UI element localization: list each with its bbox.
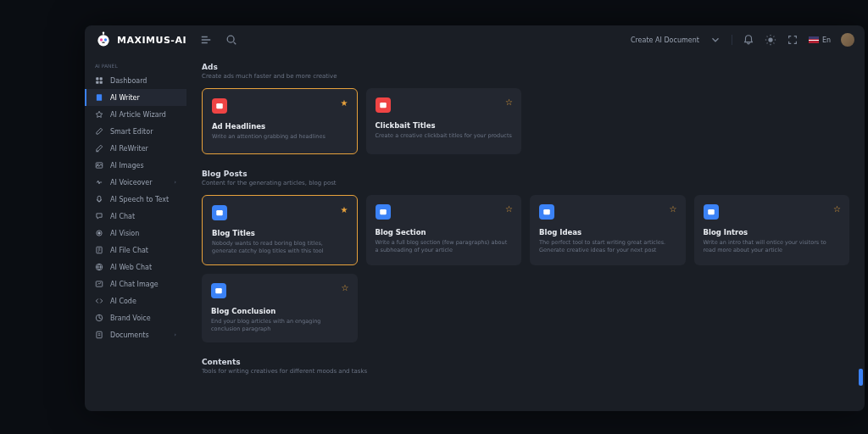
sidebar-item-ai-speech-to-text[interactable]: AI Speech to Text — [85, 191, 186, 208]
scroll-indicator — [859, 369, 863, 386]
card-title: Blog Titles — [212, 229, 348, 237]
svg-line-12 — [767, 36, 768, 37]
header-right: Create AI Document En — [631, 33, 854, 47]
sun-icon[interactable] — [765, 34, 776, 46]
svg-rect-30 — [97, 331, 102, 338]
sidebar-item-label: AI Chat Image — [110, 281, 159, 288]
language-selector[interactable]: En — [809, 36, 831, 44]
favorite-star-icon[interactable]: ★ — [341, 205, 348, 214]
brand-logo[interactable]: MAXIMUS-AI — [95, 31, 186, 48]
template-card[interactable]: ☆Blog SectionWrite a full blog section (… — [366, 195, 522, 265]
card-icon — [704, 204, 719, 220]
menu-toggle-icon[interactable] — [200, 34, 212, 46]
svg-rect-18 — [96, 81, 98, 84]
svg-line-13 — [773, 43, 774, 44]
sidebar-item-ai-images[interactable]: AI Images — [85, 157, 186, 174]
sidebar-item-ai-file-chat[interactable]: AI File Chat — [85, 242, 186, 259]
sidebar-item-ai-code[interactable]: AI Code — [85, 292, 186, 309]
card-title: Ad Headlines — [212, 122, 348, 131]
favorite-star-icon[interactable]: ☆ — [833, 204, 841, 214]
template-card[interactable]: ☆Blog IntrosWrite an intro that will ent… — [694, 195, 850, 265]
favorite-star-icon[interactable]: ☆ — [670, 204, 677, 214]
sidebar-item-label: Documents — [110, 331, 149, 339]
card-description: Write an intro that will entice your vis… — [704, 239, 841, 254]
chevron-right-icon: › — [174, 179, 176, 186]
expand-icon[interactable] — [787, 34, 798, 46]
template-card[interactable]: ☆Clickbait TitlesCreate a creative click… — [366, 88, 522, 154]
sidebar-item-ai-voiceover[interactable]: AI Voiceover› — [85, 174, 186, 191]
card-icon — [211, 283, 226, 298]
card-description: Write an attention grabbing ad headlines — [212, 133, 348, 141]
favorite-star-icon[interactable]: ★ — [341, 98, 348, 108]
sidebar-item-label: AI Images — [110, 162, 144, 170]
card-title: Blog Intros — [704, 228, 841, 236]
sidebar-item-label: AI Code — [110, 298, 136, 305]
svg-point-6 — [227, 36, 234, 42]
favorite-star-icon[interactable]: ☆ — [505, 204, 513, 214]
card-icon — [376, 97, 391, 113]
svg-rect-34 — [380, 209, 387, 214]
section-title: Ads — [202, 63, 849, 71]
bell-icon[interactable] — [743, 34, 754, 46]
card-description: Write a full blog section (few paragraph… — [376, 239, 513, 254]
app-window: MAXIMUS-AI Create AI Document En AI PANE… — [85, 25, 865, 411]
divider — [732, 35, 732, 45]
sidebar-item-brand-voice[interactable]: Brand Voice — [85, 309, 186, 326]
sidebar-icon — [95, 144, 103, 153]
favorite-star-icon[interactable]: ☆ — [342, 283, 349, 292]
svg-line-15 — [773, 36, 774, 37]
sidebar-item-ai-web-chat[interactable]: AI Web Chat — [85, 259, 186, 275]
card-description: End your blog articles with an engaging … — [211, 318, 348, 333]
svg-rect-20 — [97, 94, 102, 101]
sidebar-item-label: AI ReWriter — [110, 145, 148, 153]
sidebar-item-label: AI Writer — [110, 94, 140, 102]
svg-rect-3 — [102, 42, 104, 43]
card-description: Create a creative clickbait titles for y… — [376, 132, 513, 140]
section-subtitle: Content for the generating articles, blo… — [202, 180, 849, 186]
sidebar-icon — [95, 212, 103, 220]
template-card[interactable]: ☆Blog IdeasThe perfect tool to start wri… — [530, 195, 686, 265]
sidebar-item-ai-chat-image[interactable]: AI Chat Image — [85, 275, 186, 292]
template-card[interactable]: ★Ad HeadlinesWrite an attention grabbing… — [202, 88, 358, 154]
sidebar-item-documents[interactable]: Documents› — [85, 326, 186, 343]
search-icon[interactable] — [225, 34, 237, 46]
header: MAXIMUS-AI Create AI Document En — [85, 25, 865, 54]
robot-icon — [95, 31, 112, 48]
sidebar-item-ai-vision[interactable]: AI Vision — [85, 225, 186, 242]
sidebar-icon — [95, 314, 103, 322]
sidebar-icon — [95, 93, 103, 102]
sidebar-item-label: AI Article Wizard — [110, 111, 166, 119]
create-document-button[interactable]: Create AI Document — [631, 36, 699, 44]
chevron-down-icon[interactable] — [709, 34, 721, 46]
svg-point-0 — [97, 35, 108, 46]
sidebar-item-ai-rewriter[interactable]: AI ReWriter — [85, 140, 186, 157]
card-description: The perfect tool to start writing great … — [539, 239, 676, 254]
favorite-star-icon[interactable]: ☆ — [505, 97, 513, 107]
svg-point-25 — [98, 232, 101, 235]
sidebar-item-ai-article-wizard[interactable]: AI Article Wizard — [85, 106, 186, 123]
sidebar-icon — [95, 263, 103, 271]
card-icon — [376, 204, 391, 220]
card-icon — [539, 204, 554, 220]
sidebar-item-dashboard[interactable]: Dashboard — [85, 72, 186, 89]
svg-rect-16 — [96, 77, 98, 80]
avatar[interactable] — [841, 33, 854, 47]
sidebar-section-header: AI PANEL — [85, 59, 186, 72]
sidebar-item-label: AI Voiceover — [110, 179, 153, 186]
chevron-right-icon: › — [174, 331, 176, 338]
card-icon — [212, 98, 227, 114]
sidebar-item-ai-writer[interactable]: AI Writer — [85, 89, 186, 106]
section-title: Blog Posts — [202, 170, 849, 178]
svg-rect-36 — [708, 209, 715, 214]
sidebar-item-label: AI Vision — [110, 230, 139, 237]
template-card[interactable]: ★Blog TitlesNobody wants to read boring … — [202, 195, 358, 265]
sidebar-icon — [95, 246, 103, 254]
card-title: Blog Section — [376, 228, 513, 236]
sidebar-item-label: Smart Editor — [110, 128, 153, 136]
svg-rect-33 — [216, 210, 223, 215]
template-card[interactable]: ☆Blog ConclusionEnd your blog articles w… — [202, 274, 358, 342]
sidebar-item-smart-editor[interactable]: Smart Editor — [85, 123, 186, 140]
sidebar-item-ai-chat[interactable]: AI Chat — [85, 208, 186, 225]
flag-us-icon — [809, 36, 819, 43]
main-content: AdsCreate ads much faster and be more cr… — [186, 54, 865, 411]
